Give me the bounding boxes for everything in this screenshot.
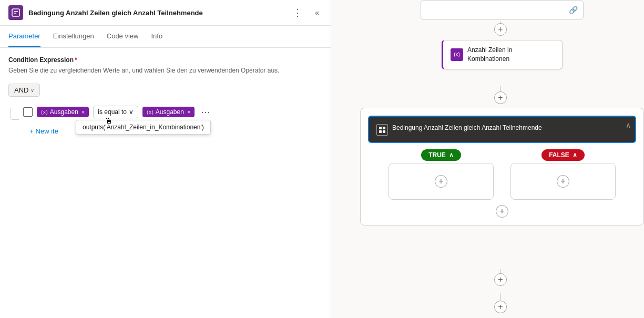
operator-select[interactable]: is equal to ∨	[93, 106, 138, 118]
condition-block-text: Bedingung Anzahl Zeilen gleich Anzahl Te…	[392, 123, 628, 132]
tab-parameter[interactable]: Parameter	[8, 26, 40, 47]
tag1-icon: (x)	[41, 109, 48, 115]
false-branch-body: +	[510, 163, 616, 200]
more-options-button[interactable]: ⋯	[199, 105, 212, 119]
new-item-button[interactable]: + New ite	[25, 125, 63, 137]
left-panel: Bedingung Anzahl Zeilen gleich Anzahl Te…	[0, 0, 331, 318]
and-chevron: ∨	[30, 87, 34, 93]
condition-collapse-arrow[interactable]: ∧	[626, 121, 631, 129]
true-label: TRUE	[428, 151, 446, 159]
row-checkbox[interactable]	[23, 107, 33, 117]
inner-plus-btn[interactable]: +	[496, 205, 508, 218]
plus-btn-2[interactable]: +	[494, 91, 507, 104]
right-panel: 🔗 + (x) Anzahl Zeilen in Kombinationen +	[331, 0, 644, 318]
tag-chip-1[interactable]: (x) Ausgaben ×	[37, 107, 89, 117]
svg-rect-12	[379, 130, 382, 133]
branches-row: TRUE ∧ + FALSE ∧ +	[368, 149, 636, 200]
tab-info[interactable]: Info	[151, 26, 162, 47]
false-plus-btn[interactable]: +	[557, 175, 569, 188]
true-plus-btn[interactable]: +	[435, 175, 447, 188]
false-branch: FALSE ∧ +	[505, 149, 621, 200]
panel-header: Bedingung Anzahl Zeilen gleich Anzahl Te…	[0, 0, 331, 26]
tab-codeview[interactable]: Code view	[107, 26, 139, 47]
middle-card-text: Anzahl Zeilen in Kombinationen	[467, 46, 555, 64]
false-arrow: ∧	[573, 151, 577, 159]
true-branch-body: +	[389, 163, 494, 200]
condition-row: (x) Ausgaben × is equal to ∨ (x) Ausgabe…	[23, 105, 212, 119]
ellipsis-button[interactable]: ⋮	[290, 6, 305, 19]
collapse-button[interactable]: «	[312, 7, 322, 18]
canvas-area: 🔗 + (x) Anzahl Zeilen in Kombinationen +	[331, 0, 644, 318]
cursor-pointer: 🖱	[105, 117, 113, 126]
tooltip-popup: outputs('Anzahl_Zeilen_in_Kombinationen'…	[76, 120, 211, 135]
tag1-text: Ausgaben	[50, 108, 78, 116]
required-star: *	[75, 56, 77, 64]
tag2-close[interactable]: ×	[187, 109, 190, 115]
link-icon: 🔗	[569, 6, 578, 14]
middle-card: (x) Anzahl Zeilen in Kombinationen	[442, 40, 563, 69]
new-item-label: New ite	[36, 127, 58, 135]
section-label: Condition Expression*	[8, 56, 322, 64]
plus-btn-bottom-2[interactable]: +	[494, 301, 507, 313]
tab-einstellungen[interactable]: Einstellungen	[53, 26, 94, 47]
tooltip-text: outputs('Anzahl_Zeilen_in_Kombinationen'…	[83, 124, 204, 131]
operator-chevron: ∨	[129, 108, 134, 116]
tree-lines	[11, 105, 19, 120]
false-label: FALSE	[549, 151, 569, 159]
panel-title: Bedingung Anzahl Zeilen gleich Anzahl Te…	[28, 9, 284, 17]
operator-text: is equal to	[98, 108, 127, 116]
and-dropdown[interactable]: AND ∨	[8, 84, 40, 97]
svg-rect-13	[383, 130, 385, 133]
true-arrow: ∧	[449, 151, 454, 159]
new-item-plus: +	[29, 127, 34, 135]
plus-btn-bottom-1[interactable]: +	[494, 273, 507, 286]
middle-card-icon: (x)	[451, 48, 463, 61]
tag2-icon: (x)	[147, 109, 154, 115]
panel-content: Condition Expression* Geben Sie die zu v…	[0, 48, 331, 318]
false-badge: FALSE ∧	[541, 149, 585, 161]
true-badge: TRUE ∧	[421, 149, 461, 161]
svg-rect-0	[12, 9, 19, 16]
tabs-bar: Parameter Einstellungen Code view Info	[0, 26, 331, 48]
condition-outer-wrapper: Bedingung Anzahl Zeilen gleich Anzahl Te…	[360, 108, 644, 225]
top-card: 🔗	[421, 0, 584, 20]
condition-block: Bedingung Anzahl Zeilen gleich Anzahl Te…	[368, 116, 636, 143]
tag1-close[interactable]: ×	[81, 109, 85, 115]
and-label: AND	[14, 86, 28, 94]
tag2-text: Ausgaben	[156, 108, 184, 116]
header-actions: ⋮ «	[290, 6, 322, 19]
true-branch: TRUE ∧ +	[383, 149, 499, 200]
panel-icon	[8, 5, 23, 20]
tag-chip-2[interactable]: (x) Ausgaben ×	[142, 107, 195, 117]
section-description: Geben Sie die zu vergleichenden Werte an…	[8, 66, 322, 75]
condition-block-icon	[376, 124, 388, 136]
svg-rect-10	[379, 127, 382, 129]
inner-plus-row: +	[368, 205, 636, 218]
svg-rect-11	[383, 127, 385, 129]
plus-btn-1[interactable]: +	[494, 23, 507, 36]
